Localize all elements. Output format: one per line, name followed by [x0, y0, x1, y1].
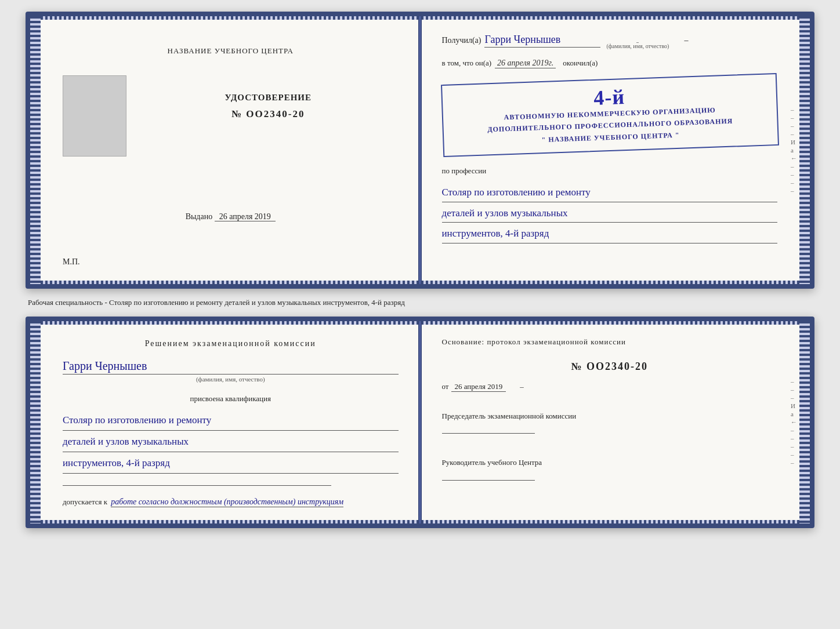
mp-label: М.П.: [63, 257, 80, 267]
caption-text: Рабочая специальность - Столяр по изгото…: [26, 298, 814, 307]
recipient-name: Гарри Чернышев: [484, 34, 600, 48]
qual-line2: деталей и узлов музыкальных: [63, 432, 399, 452]
stamp-box: 4-й АВТОНОМНУЮ НЕКОММЕРЧЕСКУЮ ОРГАНИЗАЦИ…: [440, 73, 779, 157]
org-label: НАЗВАНИЕ УЧЕБНОГО ЦЕНТРА: [168, 45, 294, 57]
chairman-label: Председатель экзаменационной комиссии: [442, 410, 778, 422]
profession-label: по профессии: [442, 166, 778, 176]
cert2-number: № OO2340-20: [442, 361, 778, 373]
date-prefix: от: [442, 382, 449, 391]
director-block: Руководитель учебного Центра: [442, 457, 778, 481]
director-label: Руководитель учебного Центра: [442, 457, 778, 468]
profession-line1: Столяр по изготовлению и ремонту: [442, 184, 778, 202]
certificate-spread-bottom: Решением экзаменационной комиссии Гарри …: [26, 317, 814, 528]
cert-right-page: Получил(а) Гарри Чернышев (фамилия, имя,…: [421, 16, 810, 284]
allowed-label: допускается к: [63, 497, 107, 507]
issued-label: Выдано: [186, 212, 213, 221]
received-label: Получил(а): [442, 36, 481, 45]
profession-block: Столяр по изготовлению и ремонту деталей…: [442, 184, 778, 243]
cert2-name: Гарри Чернышев: [63, 359, 399, 375]
cert2-fio-label: (фамилия, имя, отчество): [63, 376, 399, 383]
issued-line: Выдано 26 апреля 2019: [186, 212, 276, 221]
cert-left-page: НАЗВАНИЕ УЧЕБНОГО ЦЕНТРА УДОСТОВЕРЕНИЕ №…: [30, 16, 421, 284]
vtom-line: в том, что он(а) 26 апреля 2019г. окончи…: [442, 59, 778, 68]
commission-heading: Решением экзаменационной комиссии: [63, 337, 399, 350]
allowed-text: работе согласно должностным (производств…: [111, 497, 343, 507]
director-signature-line: [442, 480, 535, 481]
qual-line1: Столяр по изготовлению и ремонту: [63, 410, 399, 431]
date-handwritten: 26 апреля 2019г.: [495, 59, 556, 68]
profession-line2: деталей и узлов музыкальных: [442, 205, 778, 223]
qualification-block: Столяр по изготовлению и ремонту деталей…: [63, 410, 399, 474]
cert2-date-line: от 26 апреля 2019 –: [442, 382, 778, 392]
cert-title: УДОСТОВЕРЕНИЕ: [225, 93, 312, 103]
divider-line: [63, 485, 331, 486]
allowed-block: допускается к работе согласно должностны…: [63, 497, 399, 507]
photo-placeholder: [63, 75, 126, 157]
certificate-spread-top: НАЗВАНИЕ УЧЕБНОГО ЦЕНТРА УДОСТОВЕРЕНИЕ №…: [26, 12, 814, 289]
cert2-right-page: Основание: протокол экзаменационной коми…: [421, 321, 810, 523]
side-letters-right2: ––– Иа← –––––: [791, 378, 797, 466]
qual-line3: инструментов, 4-й разряд: [63, 453, 399, 474]
chairman-block: Председатель экзаменационной комиссии: [442, 410, 778, 434]
foundation-label: Основание: протокол экзаменационной коми…: [442, 337, 778, 347]
side-letters-right: –––– Иа← ––––: [791, 106, 797, 194]
cert2-date: 26 апреля 2019: [451, 382, 506, 392]
finished-label: окончил(а): [563, 59, 598, 68]
fio-label-top: (фамилия, имя, отчество): [606, 43, 669, 49]
cert2-left-page: Решением экзаменационной комиссии Гарри …: [30, 321, 421, 523]
issued-date: 26 апреля 2019: [215, 212, 276, 221]
vtom-label: в том, что он(а): [442, 59, 492, 68]
recipient-line: Получил(а) Гарри Чернышев (фамилия, имя,…: [442, 34, 778, 50]
caption-content: Рабочая специальность - Столяр по изгото…: [28, 298, 405, 307]
dash1: –: [684, 36, 688, 45]
qualification-label: присвоена квалификация: [63, 394, 399, 403]
chairman-signature-line: [442, 433, 535, 434]
dash-right1: –: [520, 382, 524, 391]
profession-line3: инструментов, 4-й разряд: [442, 225, 778, 243]
cert-number: № OO2340-20: [231, 108, 305, 120]
